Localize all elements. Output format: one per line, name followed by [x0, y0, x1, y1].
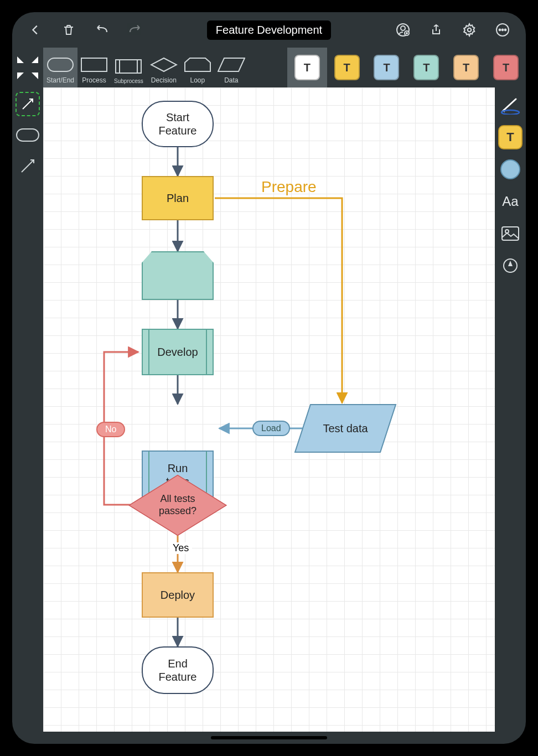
svg-point-1 — [401, 26, 405, 30]
svg-point-19 — [501, 110, 519, 115]
pen-annotate-tool[interactable] — [498, 93, 523, 117]
shape-data-label: Data — [224, 76, 238, 84]
svg-marker-15 — [218, 58, 245, 71]
font-tool[interactable]: Aa — [498, 189, 523, 214]
shape-loop-label: Loop — [190, 76, 205, 84]
canvas[interactable]: Start Feature Plan Iterate Develop Run t… — [43, 87, 495, 732]
left-sidebar — [12, 87, 43, 178]
edge-label-load[interactable]: Load — [252, 421, 290, 436]
shape-subprocess-label: Subprocess — [114, 78, 143, 84]
swatch-teal[interactable]: T — [406, 48, 446, 87]
shape-process-label: Process — [82, 76, 106, 84]
fill-color-tool[interactable] — [498, 157, 523, 182]
svg-rect-8 — [48, 58, 73, 71]
share-button[interactable] — [427, 21, 445, 39]
node-test-data[interactable]: Test data — [302, 404, 389, 453]
line-tool[interactable] — [15, 154, 40, 178]
svg-point-7 — [505, 29, 506, 31]
svg-point-5 — [499, 29, 501, 31]
undo-button[interactable] — [93, 21, 111, 39]
shape-decision[interactable]: Decision — [147, 48, 181, 87]
shape-loop[interactable]: Loop — [181, 48, 214, 87]
shape-data[interactable]: Data — [214, 48, 249, 87]
document-title[interactable]: Feature Development — [207, 20, 331, 40]
svg-rect-20 — [502, 227, 519, 240]
swatch-blue[interactable]: T — [367, 48, 407, 87]
more-button[interactable] — [494, 21, 511, 39]
svg-marker-13 — [151, 58, 177, 71]
swatch-orange[interactable]: T — [446, 48, 486, 87]
edge-label-no[interactable]: No — [96, 422, 125, 437]
node-end[interactable]: End Feature — [142, 646, 214, 694]
select-marquee-tool[interactable] — [15, 92, 40, 116]
shape-subprocess[interactable]: Subprocess — [111, 48, 147, 87]
target-tool[interactable] — [498, 253, 523, 278]
svg-point-3 — [468, 28, 472, 32]
svg-marker-14 — [185, 58, 210, 71]
node-develop[interactable]: Develop — [142, 329, 214, 375]
shape-startend[interactable]: Start/End — [43, 48, 77, 87]
swatch-yellow[interactable]: T — [327, 48, 367, 87]
node-start[interactable]: Start Feature — [142, 101, 214, 147]
node-iterate[interactable]: Iterate — [142, 251, 214, 300]
shape-swatch-row: Start/End Process Subprocess Decision Lo… — [12, 48, 526, 87]
node-decision[interactable]: All tests passed? — [143, 470, 213, 540]
swatch-white[interactable]: T — [287, 48, 327, 87]
edge-label-yes[interactable]: Yes — [169, 542, 192, 554]
svg-line-16 — [23, 99, 33, 109]
user-add-button[interactable] — [394, 21, 412, 39]
svg-line-18 — [22, 160, 34, 172]
edge-label-prepare[interactable]: Prepare — [261, 178, 317, 196]
top-toolbar: Feature Development — [12, 12, 526, 48]
app-window: Feature Development Start/End Process — [12, 12, 526, 744]
text-style-tool[interactable]: T — [498, 125, 523, 149]
node-deploy[interactable]: Deploy — [142, 572, 214, 618]
color-swatches: T T T T T T — [287, 48, 526, 87]
node-plan[interactable]: Plan — [142, 176, 214, 220]
terminator-insert-tool[interactable] — [15, 123, 40, 147]
back-button[interactable] — [27, 21, 44, 39]
canvas-resize-handles[interactable] — [12, 48, 43, 87]
swatch-red[interactable]: T — [486, 48, 526, 87]
home-indicator — [211, 736, 327, 739]
right-sidebar: T Aa — [495, 87, 526, 278]
shape-process[interactable]: Process — [77, 48, 111, 87]
svg-rect-9 — [81, 58, 107, 71]
trash-button[interactable] — [60, 21, 77, 39]
shape-decision-label: Decision — [151, 76, 177, 84]
svg-point-6 — [502, 29, 504, 31]
redo-button[interactable] — [126, 21, 144, 39]
shape-startend-label: Start/End — [46, 76, 74, 84]
svg-rect-17 — [17, 129, 39, 141]
image-insert-tool[interactable] — [498, 221, 523, 246]
settings-button[interactable] — [461, 21, 478, 39]
